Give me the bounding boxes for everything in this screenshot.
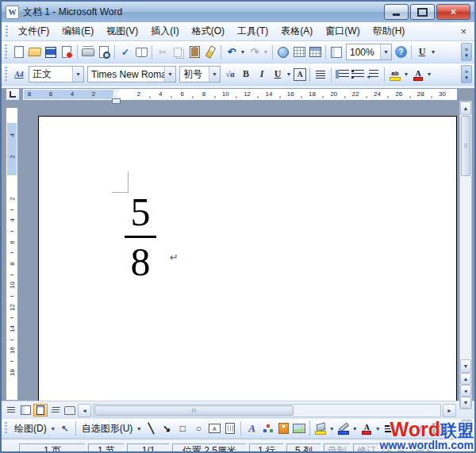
arrow-icon[interactable]: ↘ <box>159 421 174 436</box>
highlight-icon[interactable] <box>388 67 402 82</box>
dropdown-arrow-icon[interactable]: ▾ <box>262 45 270 60</box>
scroll-down-button[interactable]: ▼ <box>460 359 471 373</box>
style-select[interactable]: 正文▾ <box>29 66 84 83</box>
dropdown-arrow-icon[interactable]: ▾ <box>239 45 247 60</box>
line-style-icon[interactable] <box>382 421 397 436</box>
save-icon[interactable] <box>44 45 58 60</box>
insert-table-icon[interactable] <box>308 45 322 60</box>
autoshapes-menu-button[interactable]: 自选图形(U) <box>79 421 136 436</box>
dropdown-arrow-icon[interactable]: ▾ <box>135 421 143 436</box>
italic-icon[interactable]: I <box>255 67 269 82</box>
left-indent-marker[interactable] <box>112 98 121 104</box>
font-color-icon[interactable] <box>411 67 425 82</box>
size-select[interactable]: 初号▾ <box>179 66 221 83</box>
numbering-icon[interactable] <box>335 67 349 82</box>
equation-editor-icon[interactable]: √α <box>223 67 237 82</box>
draw-menu-button[interactable]: 绘图(D) <box>11 421 50 436</box>
underline-icon[interactable]: U <box>271 67 285 82</box>
menu-help[interactable]: 帮助(H) <box>367 22 412 40</box>
arrow-style-icon[interactable]: ⇄ <box>414 421 428 436</box>
record-macro-toggle[interactable]: 录制 <box>324 443 351 453</box>
print-layout-icon[interactable] <box>33 404 48 417</box>
diagram-icon[interactable] <box>260 421 274 436</box>
format-painter-icon[interactable] <box>203 45 217 60</box>
toolbar-options-chevron[interactable]: »▾ <box>461 43 472 61</box>
menu-window[interactable]: 窗口(W) <box>319 22 366 40</box>
dropdown-arrow-icon[interactable]: ▾ <box>49 421 57 436</box>
line-color-icon[interactable] <box>336 421 351 436</box>
scroll-track[interactable] <box>460 177 471 359</box>
extend-selection-toggle[interactable]: 扩展 <box>382 443 409 453</box>
insert-hyperlink-icon[interactable] <box>276 45 290 60</box>
next-page-button[interactable]: ▼ <box>460 397 471 409</box>
previous-page-button[interactable]: ▲ <box>460 373 471 385</box>
vertical-textbox-icon[interactable] <box>223 421 237 436</box>
dash-style-icon[interactable] <box>398 421 413 436</box>
reading-layout-icon[interactable] <box>63 405 76 416</box>
toolbar-grip[interactable] <box>5 44 7 60</box>
center-icon[interactable] <box>313 67 328 82</box>
bullets-icon[interactable] <box>351 67 365 82</box>
menu-edit[interactable]: 编辑(E) <box>56 22 100 40</box>
toolbar-grip[interactable] <box>5 422 7 435</box>
scroll-up-button[interactable]: ▲ <box>460 102 471 115</box>
research-icon[interactable] <box>134 45 148 60</box>
bold-icon[interactable]: B <box>239 67 253 82</box>
menu-view[interactable]: 视图(V) <box>100 22 144 40</box>
font-color-icon[interactable] <box>359 421 374 436</box>
outline-view-icon[interactable] <box>49 405 62 416</box>
minimize-button[interactable] <box>384 4 409 20</box>
dropdown-arrow-icon[interactable]: ▾ <box>374 421 382 436</box>
fill-color-icon[interactable] <box>313 421 328 436</box>
web-layout-icon[interactable] <box>19 405 32 416</box>
toolbar-grip[interactable] <box>6 25 8 37</box>
picture-icon[interactable] <box>292 421 306 436</box>
permission-icon[interactable] <box>60 45 74 60</box>
toolbar-options-chevron[interactable]: »▾ <box>461 65 472 83</box>
menu-tools[interactable]: 工具(T) <box>231 22 274 40</box>
print-preview-icon[interactable] <box>97 45 111 60</box>
toolbar-grip[interactable] <box>5 67 7 82</box>
underline-icon[interactable]: U <box>415 45 429 60</box>
redo-icon[interactable]: ↷ <box>248 45 262 60</box>
dropdown-arrow-icon[interactable]: ▾ <box>425 67 433 82</box>
print-icon[interactable] <box>81 45 95 60</box>
textbox-icon[interactable] <box>207 421 221 436</box>
equation-fraction[interactable]: 5 8 <box>115 191 166 282</box>
character-border-icon[interactable]: A <box>294 68 306 81</box>
scroll-right-button[interactable]: ► <box>443 404 456 417</box>
toolbar-options-chevron[interactable]: »▾ <box>461 420 472 438</box>
select-objects-icon[interactable]: ↖ <box>58 421 72 436</box>
cut-icon[interactable]: ✂ <box>155 45 170 60</box>
tab-selector[interactable] <box>6 88 20 101</box>
shadow-3d-icon[interactable] <box>430 421 444 436</box>
dropdown-arrow-icon[interactable]: ▾ <box>402 67 410 82</box>
vertical-scroll-thumb[interactable] <box>461 116 470 176</box>
line-icon[interactable]: ╲ <box>144 421 158 436</box>
close-document-icon[interactable]: × <box>457 25 470 37</box>
help-icon[interactable]: ? <box>395 46 407 58</box>
decrease-indent-icon[interactable] <box>367 67 381 82</box>
rectangle-icon[interactable]: □ <box>175 421 190 436</box>
dropdown-arrow-icon[interactable]: ▾ <box>209 67 220 82</box>
maximize-button[interactable] <box>410 4 435 20</box>
font-select[interactable]: Times New Roma▾ <box>87 66 176 83</box>
wordart-icon[interactable]: A <box>244 421 259 436</box>
vertical-scrollbar[interactable]: ▲ ▼ ▲ ● ▼ <box>459 101 472 409</box>
select-browse-object-button[interactable]: ● <box>460 385 471 397</box>
normal-view-icon[interactable] <box>5 405 17 416</box>
scroll-left-button[interactable]: ◄ <box>78 404 91 417</box>
dropdown-arrow-icon[interactable]: ▾ <box>351 421 359 436</box>
undo-icon[interactable]: ↶ <box>225 45 239 60</box>
dropdown-arrow-icon[interactable]: ▾ <box>380 44 391 60</box>
dropdown-arrow-icon[interactable]: ▾ <box>164 67 175 82</box>
menu-file[interactable]: 文件(F) <box>12 22 56 40</box>
dropdown-arrow-icon[interactable]: ▾ <box>285 67 293 82</box>
spelling-grammar-icon[interactable]: ✓ <box>118 45 132 60</box>
zoom-select[interactable]: 100%▾ <box>346 44 392 60</box>
dropdown-arrow-icon[interactable]: ▾ <box>328 421 336 436</box>
overtype-toggle[interactable]: 改写 <box>412 443 439 453</box>
track-changes-toggle[interactable]: 修订 <box>353 443 380 453</box>
menu-format[interactable]: 格式(O) <box>186 22 231 40</box>
close-button[interactable]: × <box>436 4 470 20</box>
